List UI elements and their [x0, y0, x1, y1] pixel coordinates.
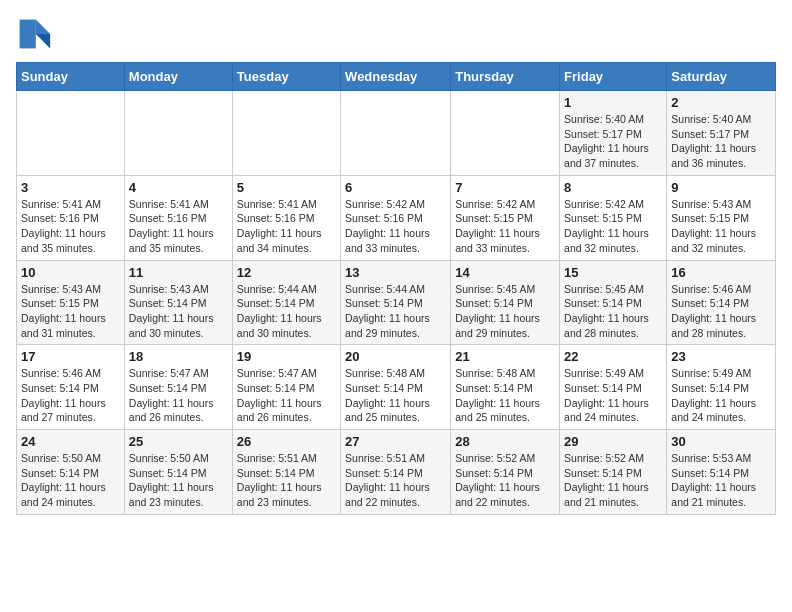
- logo-icon: [16, 16, 52, 52]
- header-day-monday: Monday: [124, 63, 232, 91]
- day-number: 1: [564, 95, 662, 110]
- day-number: 20: [345, 349, 446, 364]
- header-day-thursday: Thursday: [451, 63, 560, 91]
- day-number: 16: [671, 265, 771, 280]
- day-number: 26: [237, 434, 336, 449]
- day-info: Sunrise: 5:53 AM Sunset: 5:14 PM Dayligh…: [671, 451, 771, 510]
- day-cell: 9Sunrise: 5:43 AM Sunset: 5:15 PM Daylig…: [667, 175, 776, 260]
- day-info: Sunrise: 5:43 AM Sunset: 5:15 PM Dayligh…: [671, 197, 771, 256]
- week-row-1: 1Sunrise: 5:40 AM Sunset: 5:17 PM Daylig…: [17, 91, 776, 176]
- day-info: Sunrise: 5:44 AM Sunset: 5:14 PM Dayligh…: [237, 282, 336, 341]
- day-cell: 16Sunrise: 5:46 AM Sunset: 5:14 PM Dayli…: [667, 260, 776, 345]
- svg-marker-1: [36, 34, 50, 48]
- day-number: 3: [21, 180, 120, 195]
- calendar-header: SundayMondayTuesdayWednesdayThursdayFrid…: [17, 63, 776, 91]
- day-number: 25: [129, 434, 228, 449]
- day-info: Sunrise: 5:52 AM Sunset: 5:14 PM Dayligh…: [455, 451, 555, 510]
- day-cell: 19Sunrise: 5:47 AM Sunset: 5:14 PM Dayli…: [232, 345, 340, 430]
- day-number: 29: [564, 434, 662, 449]
- week-row-4: 17Sunrise: 5:46 AM Sunset: 5:14 PM Dayli…: [17, 345, 776, 430]
- day-info: Sunrise: 5:42 AM Sunset: 5:16 PM Dayligh…: [345, 197, 446, 256]
- day-cell: 15Sunrise: 5:45 AM Sunset: 5:14 PM Dayli…: [560, 260, 667, 345]
- day-cell: 7Sunrise: 5:42 AM Sunset: 5:15 PM Daylig…: [451, 175, 560, 260]
- day-cell: 24Sunrise: 5:50 AM Sunset: 5:14 PM Dayli…: [17, 430, 125, 515]
- day-info: Sunrise: 5:51 AM Sunset: 5:14 PM Dayligh…: [345, 451, 446, 510]
- day-info: Sunrise: 5:40 AM Sunset: 5:17 PM Dayligh…: [564, 112, 662, 171]
- day-info: Sunrise: 5:45 AM Sunset: 5:14 PM Dayligh…: [564, 282, 662, 341]
- day-number: 2: [671, 95, 771, 110]
- day-number: 28: [455, 434, 555, 449]
- day-info: Sunrise: 5:50 AM Sunset: 5:14 PM Dayligh…: [129, 451, 228, 510]
- day-cell: 23Sunrise: 5:49 AM Sunset: 5:14 PM Dayli…: [667, 345, 776, 430]
- day-cell: 25Sunrise: 5:50 AM Sunset: 5:14 PM Dayli…: [124, 430, 232, 515]
- day-number: 9: [671, 180, 771, 195]
- page-header: [16, 16, 776, 52]
- day-info: Sunrise: 5:41 AM Sunset: 5:16 PM Dayligh…: [21, 197, 120, 256]
- day-number: 10: [21, 265, 120, 280]
- calendar-table: SundayMondayTuesdayWednesdayThursdayFrid…: [16, 62, 776, 515]
- day-number: 14: [455, 265, 555, 280]
- day-info: Sunrise: 5:43 AM Sunset: 5:14 PM Dayligh…: [129, 282, 228, 341]
- day-cell: [451, 91, 560, 176]
- day-cell: 20Sunrise: 5:48 AM Sunset: 5:14 PM Dayli…: [341, 345, 451, 430]
- day-number: 18: [129, 349, 228, 364]
- day-info: Sunrise: 5:41 AM Sunset: 5:16 PM Dayligh…: [237, 197, 336, 256]
- day-cell: 22Sunrise: 5:49 AM Sunset: 5:14 PM Dayli…: [560, 345, 667, 430]
- day-cell: 1Sunrise: 5:40 AM Sunset: 5:17 PM Daylig…: [560, 91, 667, 176]
- day-number: 21: [455, 349, 555, 364]
- day-number: 8: [564, 180, 662, 195]
- day-info: Sunrise: 5:46 AM Sunset: 5:14 PM Dayligh…: [21, 366, 120, 425]
- svg-marker-0: [36, 20, 50, 34]
- day-info: Sunrise: 5:43 AM Sunset: 5:15 PM Dayligh…: [21, 282, 120, 341]
- day-info: Sunrise: 5:44 AM Sunset: 5:14 PM Dayligh…: [345, 282, 446, 341]
- day-cell: [17, 91, 125, 176]
- header-row: SundayMondayTuesdayWednesdayThursdayFrid…: [17, 63, 776, 91]
- header-day-saturday: Saturday: [667, 63, 776, 91]
- day-number: 17: [21, 349, 120, 364]
- day-info: Sunrise: 5:49 AM Sunset: 5:14 PM Dayligh…: [671, 366, 771, 425]
- day-info: Sunrise: 5:46 AM Sunset: 5:14 PM Dayligh…: [671, 282, 771, 341]
- day-info: Sunrise: 5:47 AM Sunset: 5:14 PM Dayligh…: [129, 366, 228, 425]
- day-cell: 26Sunrise: 5:51 AM Sunset: 5:14 PM Dayli…: [232, 430, 340, 515]
- day-number: 19: [237, 349, 336, 364]
- day-cell: [341, 91, 451, 176]
- day-cell: [124, 91, 232, 176]
- logo: [16, 16, 56, 52]
- day-cell: 3Sunrise: 5:41 AM Sunset: 5:16 PM Daylig…: [17, 175, 125, 260]
- day-cell: 27Sunrise: 5:51 AM Sunset: 5:14 PM Dayli…: [341, 430, 451, 515]
- day-cell: 8Sunrise: 5:42 AM Sunset: 5:15 PM Daylig…: [560, 175, 667, 260]
- header-day-wednesday: Wednesday: [341, 63, 451, 91]
- day-cell: 4Sunrise: 5:41 AM Sunset: 5:16 PM Daylig…: [124, 175, 232, 260]
- day-info: Sunrise: 5:50 AM Sunset: 5:14 PM Dayligh…: [21, 451, 120, 510]
- day-cell: 13Sunrise: 5:44 AM Sunset: 5:14 PM Dayli…: [341, 260, 451, 345]
- day-info: Sunrise: 5:47 AM Sunset: 5:14 PM Dayligh…: [237, 366, 336, 425]
- day-number: 12: [237, 265, 336, 280]
- day-cell: 28Sunrise: 5:52 AM Sunset: 5:14 PM Dayli…: [451, 430, 560, 515]
- day-cell: [232, 91, 340, 176]
- svg-rect-2: [20, 20, 36, 49]
- day-cell: 14Sunrise: 5:45 AM Sunset: 5:14 PM Dayli…: [451, 260, 560, 345]
- day-info: Sunrise: 5:42 AM Sunset: 5:15 PM Dayligh…: [564, 197, 662, 256]
- day-info: Sunrise: 5:52 AM Sunset: 5:14 PM Dayligh…: [564, 451, 662, 510]
- calendar-body: 1Sunrise: 5:40 AM Sunset: 5:17 PM Daylig…: [17, 91, 776, 515]
- day-number: 27: [345, 434, 446, 449]
- day-info: Sunrise: 5:51 AM Sunset: 5:14 PM Dayligh…: [237, 451, 336, 510]
- week-row-5: 24Sunrise: 5:50 AM Sunset: 5:14 PM Dayli…: [17, 430, 776, 515]
- day-info: Sunrise: 5:45 AM Sunset: 5:14 PM Dayligh…: [455, 282, 555, 341]
- day-number: 5: [237, 180, 336, 195]
- day-cell: 5Sunrise: 5:41 AM Sunset: 5:16 PM Daylig…: [232, 175, 340, 260]
- day-number: 24: [21, 434, 120, 449]
- day-cell: 18Sunrise: 5:47 AM Sunset: 5:14 PM Dayli…: [124, 345, 232, 430]
- week-row-2: 3Sunrise: 5:41 AM Sunset: 5:16 PM Daylig…: [17, 175, 776, 260]
- day-number: 22: [564, 349, 662, 364]
- day-number: 13: [345, 265, 446, 280]
- day-cell: 10Sunrise: 5:43 AM Sunset: 5:15 PM Dayli…: [17, 260, 125, 345]
- day-info: Sunrise: 5:42 AM Sunset: 5:15 PM Dayligh…: [455, 197, 555, 256]
- day-info: Sunrise: 5:49 AM Sunset: 5:14 PM Dayligh…: [564, 366, 662, 425]
- day-cell: 30Sunrise: 5:53 AM Sunset: 5:14 PM Dayli…: [667, 430, 776, 515]
- day-info: Sunrise: 5:40 AM Sunset: 5:17 PM Dayligh…: [671, 112, 771, 171]
- day-cell: 17Sunrise: 5:46 AM Sunset: 5:14 PM Dayli…: [17, 345, 125, 430]
- week-row-3: 10Sunrise: 5:43 AM Sunset: 5:15 PM Dayli…: [17, 260, 776, 345]
- day-cell: 6Sunrise: 5:42 AM Sunset: 5:16 PM Daylig…: [341, 175, 451, 260]
- day-number: 11: [129, 265, 228, 280]
